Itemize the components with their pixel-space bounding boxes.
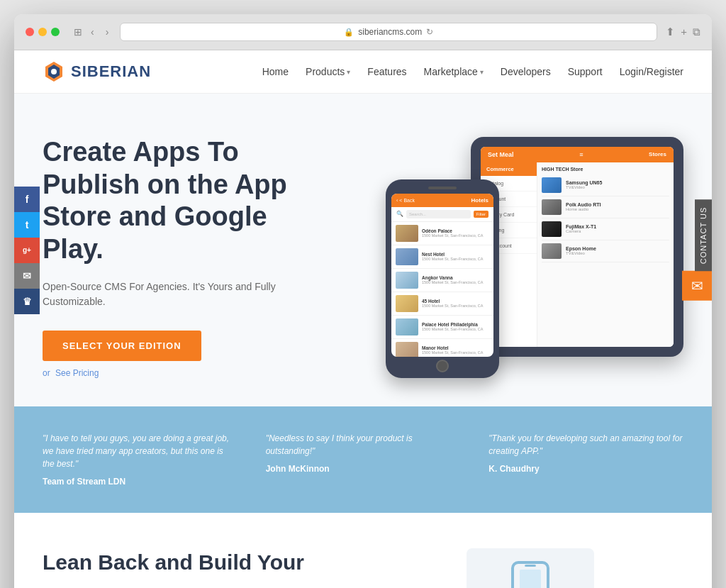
logo[interactable]: SIBERIAN — [43, 60, 151, 83]
hotel-info-5: Palace Hotel Philadelphia 1500 Market St… — [422, 322, 489, 331]
email-widget-button[interactable]: ✉ — [682, 271, 712, 301]
hotel-image-2 — [396, 248, 418, 265]
phone-back-button[interactable]: ‹ < Back — [396, 198, 415, 203]
hotel-name-3: Angkor Vanna — [422, 275, 489, 280]
testimonial-text-1: "I have to tell you guys, you are doing … — [43, 432, 238, 470]
tablet-main-area: HIGH TECH Store Samsung UN65 TV&Video — [537, 162, 674, 347]
back-button[interactable]: ‹ — [88, 25, 97, 39]
product-name-2: Polk Audio RTI — [566, 202, 669, 207]
hotel-name-1: Odéon Palace — [422, 228, 489, 233]
product-cat-2: Home audio — [566, 207, 669, 211]
phone-visual-icon — [509, 559, 552, 588]
phone-filter-button[interactable]: Filter — [474, 211, 488, 218]
testimonial-2: "Needless to say I think your product is… — [266, 432, 461, 487]
hotel-name-4: 45 Hotel — [422, 299, 489, 304]
nav-item-features[interactable]: Features — [367, 65, 406, 78]
tablet-product-4: Epson Home TV&Video — [542, 240, 669, 262]
cta-button[interactable]: SELECT YOUR EDITION — [43, 331, 201, 361]
product-image-4 — [542, 243, 562, 259]
product-info-3: FujiMax X-T1 Camera — [566, 224, 669, 233]
window-controls — [26, 28, 60, 36]
hotel-info-1: Odéon Palace 1500 Market St, San-Francis… — [422, 228, 489, 238]
phone-screen: ‹ < Back Hotels 🔍 Search... Filter — [391, 194, 493, 357]
see-pricing-link[interactable]: See Pricing — [55, 368, 99, 378]
tablet-store-title: HIGH TECH Store — [542, 167, 669, 172]
email-social-button[interactable]: ✉ — [14, 263, 40, 289]
nav-item-support[interactable]: Support — [568, 65, 603, 78]
product-name-4: Epson Home — [566, 246, 669, 251]
address-bar[interactable]: 🔒 siberiancms.com ↻ — [120, 23, 657, 41]
hotel-image-3 — [396, 272, 418, 289]
hotel-item-5: Palace Hotel Philadelphia 1500 Market St… — [391, 316, 493, 339]
svg-point-2 — [51, 69, 57, 74]
hotel-image-1 — [396, 225, 418, 242]
minimize-dot[interactable] — [38, 28, 47, 36]
testimonial-text-2: "Needless to say I think your product is… — [266, 432, 461, 457]
testimonials-section: "I have to tell you guys, you are doing … — [14, 406, 712, 513]
twitter-button[interactable]: t — [14, 212, 40, 238]
tablet-content: Commerce Catalog Discount Loyalty Card B… — [481, 162, 674, 347]
product-name-3: FujiMax X-T1 — [566, 224, 669, 229]
product-image-1 — [542, 177, 562, 193]
product-info-1: Samsung UN65 TV&Video — [566, 180, 669, 189]
contact-tab-button[interactable]: Contact us — [695, 199, 712, 271]
nav-item-login[interactable]: Login/Register — [620, 65, 683, 78]
phone-home-button[interactable] — [436, 360, 449, 372]
testimonial-author-1: Team of Stream LDN — [43, 477, 125, 487]
product-name-1: Samsung UN65 — [566, 180, 669, 185]
lean-section-title: Lean Back and Build Your — [43, 548, 349, 576]
tablet-product-2: Polk Audio RTI Home audio — [542, 196, 669, 218]
tablet-header-title: Set Meal — [488, 151, 514, 158]
hotel-item-4: 45 Hotel 1500 Market St, San-Francisco, … — [391, 292, 493, 316]
lean-section-visual — [377, 548, 683, 588]
hotel-name-2: Nest Hotel — [422, 252, 489, 257]
reload-icon[interactable]: ↻ — [426, 27, 433, 37]
new-tab-icon[interactable]: + — [681, 26, 687, 38]
facebook-button[interactable]: f — [14, 187, 40, 212]
search-icon: 🔍 — [396, 211, 403, 217]
url-text: siberiancms.com — [358, 27, 422, 37]
forward-button[interactable]: › — [103, 25, 112, 39]
googleplus-button[interactable]: g+ — [14, 238, 40, 263]
social-sidebar: f t g+ ✉ ♛ — [14, 187, 40, 314]
product-cat-4: TV&Video — [566, 251, 669, 255]
website-content: SIBERIAN Home Products ▾ Features Market… — [14, 50, 712, 588]
logo-text: SIBERIAN — [71, 62, 151, 81]
hotel-addr-2: 1500 Market St, San-Francisco, CA — [422, 257, 489, 261]
sidebar-toggle-icon[interactable]: ⊞ — [74, 26, 82, 38]
nav-item-home[interactable]: Home — [262, 65, 289, 78]
lean-section-text: Lean Back and Build Your — [43, 548, 349, 576]
hotel-addr-4: 1500 Market St, San-Francisco, CA — [422, 304, 489, 308]
hero-devices: Set Meal ≡ Stores Commerce Catalog — [386, 137, 683, 378]
phone-speaker — [428, 187, 457, 189]
share-icon[interactable]: ⬆ — [666, 26, 675, 38]
phone-nav-bar: ‹ < Back Hotels — [391, 194, 493, 207]
nav-item-marketplace[interactable]: Marketplace ▾ — [424, 66, 484, 77]
visual-placeholder — [467, 548, 594, 588]
close-dot[interactable] — [26, 28, 34, 36]
crown-button[interactable]: ♛ — [14, 289, 40, 314]
hotel-info-3: Angkor Vanna 1500 Market St, San-Francis… — [422, 275, 489, 284]
hotel-addr-1: 1500 Market St, San-Francisco, CA — [422, 233, 489, 238]
phone-search-input[interactable]: Search... — [406, 210, 471, 218]
tablet-stores-label: Stores — [649, 151, 666, 157]
nav-controls: ⊞ ‹ › — [74, 25, 111, 39]
nav-item-products[interactable]: Products ▾ — [306, 66, 350, 77]
hero-subtitle: Open-Source CMS For Agencies. It's Yours… — [43, 279, 312, 309]
hotel-item-3: Angkor Vanna 1500 Market St, San-Francis… — [391, 269, 493, 292]
hero-content: Create Apps To Publish on the App Store … — [43, 136, 312, 378]
tabs-icon[interactable]: ⧉ — [693, 26, 700, 38]
testimonial-1: "I have to tell you guys, you are doing … — [43, 432, 238, 487]
tablet-header: Set Meal ≡ Stores — [481, 147, 674, 162]
hotel-info-2: Nest Hotel 1500 Market St, San-Francisco… — [422, 252, 489, 261]
hotel-addr-5: 1500 Market St, San-Francisco, CA — [422, 327, 489, 331]
nav-item-developers[interactable]: Developers — [501, 65, 551, 78]
testimonial-3: "Thank you for developing such an amazin… — [488, 432, 683, 487]
navbar: SIBERIAN Home Products ▾ Features Market… — [14, 50, 712, 94]
hotel-info-6: Manor Hotel 1500 Market St, San-Francisc… — [422, 345, 489, 355]
tablet-menu-icon: ≡ — [579, 151, 583, 158]
maximize-dot[interactable] — [51, 28, 60, 36]
browser-window: ⊞ ‹ › 🔒 siberiancms.com ↻ ⬆ + ⧉ — [14, 14, 712, 588]
phone-mockup: ‹ < Back Hotels 🔍 Search... Filter — [386, 179, 499, 378]
right-widgets: Contact us ✉ — [682, 199, 712, 301]
